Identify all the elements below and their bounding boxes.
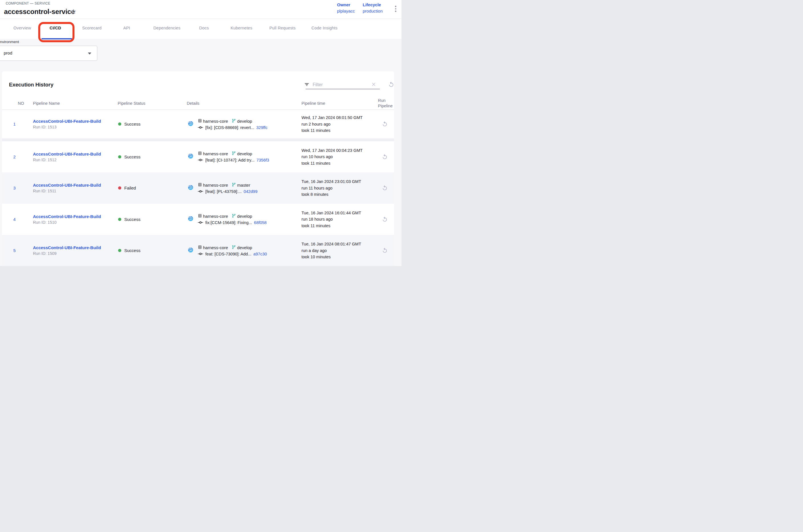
column-name: Pipeline Name <box>33 101 60 106</box>
environment-label: nvironment <box>0 40 19 44</box>
pipeline-time-took: took 11 minutes <box>302 223 361 229</box>
pipeline-icon <box>188 216 193 223</box>
status-dot <box>118 218 121 221</box>
pipeline-time-date: Wed, 17 Jan 2024 00:04:23 GMT <box>302 147 363 154</box>
page-header: COMPONENT — SERVICE accesscontrol-servic… <box>0 0 402 19</box>
pipeline-time-ago: run 10 hours ago <box>302 154 363 160</box>
status-dot <box>118 249 121 252</box>
owner-link[interactable]: plplayacc <box>337 8 355 14</box>
repo-name: harness-core <box>203 151 228 156</box>
breadcrumb: COMPONENT — SERVICE <box>6 1 51 5</box>
run-id: Run ID: 1511 <box>33 189 101 193</box>
pipeline-time-took: took 11 minutes <box>302 127 363 134</box>
run-pipeline-button[interactable] <box>382 235 388 266</box>
pipeline-time-took: took 8 minutes <box>302 191 361 198</box>
commit-message: fix:[CCM-15649]: Fixing... <box>206 220 252 225</box>
table-row: 1 AccessControl-UBI-Feature-Build Run ID… <box>2 110 394 141</box>
table-body: 1 AccessControl-UBI-Feature-Build Run ID… <box>2 110 394 266</box>
repository-icon <box>198 151 202 156</box>
run-pipeline-button[interactable] <box>382 204 388 235</box>
table-row: 4 AccessControl-UBI-Feature-Build Run ID… <box>2 204 394 235</box>
pipeline-name-link[interactable]: AccessControl-UBI-Feature-Build <box>33 214 101 219</box>
commit-sha-link[interactable]: 68f058 <box>254 220 267 225</box>
lifecycle-label: Lifecycle <box>363 2 383 8</box>
git-commit-icon <box>198 252 203 256</box>
row-number: 1 <box>14 110 16 138</box>
filter-input[interactable] <box>312 81 365 89</box>
pipeline-name-link[interactable]: AccessControl-UBI-Feature-Build <box>33 245 101 250</box>
column-status: Pipeline Status <box>118 101 146 106</box>
tab-scorecard[interactable]: Scorecard <box>82 26 101 30</box>
tab-bar: Overview CI/CD Scorecard API Dependencie… <box>0 19 402 39</box>
tab-docs[interactable]: Docs <box>199 26 209 30</box>
pipeline-time-ago: run 11 hours ago <box>302 185 361 191</box>
git-branch-icon <box>232 183 236 188</box>
active-tab-underline <box>41 38 72 39</box>
pipeline-name-link[interactable]: AccessControl-UBI-Feature-Build <box>33 152 101 156</box>
commit-message: feat: [CDS-73090]: Add... <box>206 252 251 256</box>
clear-filter-icon[interactable] <box>371 82 376 88</box>
page-title: accesscontrol-service <box>4 8 75 16</box>
git-commit-icon <box>198 158 203 163</box>
repository-icon <box>198 213 202 219</box>
tab-kubernetes[interactable]: Kubernetes <box>231 26 252 30</box>
pipeline-time-ago: run 2 hours ago <box>302 121 363 128</box>
row-number: 4 <box>14 204 16 235</box>
git-commit-icon <box>198 220 203 225</box>
pipeline-name-link[interactable]: AccessControl-UBI-Feature-Build <box>33 183 101 188</box>
column-time: Pipeline time <box>302 101 325 106</box>
environment-select[interactable]: prod <box>0 46 97 61</box>
refresh-icon[interactable] <box>388 81 394 89</box>
run-pipeline-button[interactable] <box>382 141 388 173</box>
row-number: 3 <box>14 172 16 204</box>
pipeline-time-date: Tue, 16 Jan 2024 08:01:47 GMT <box>302 241 361 247</box>
tab-cicd[interactable]: CI/CD <box>50 26 61 30</box>
favorite-star-icon[interactable] <box>71 8 76 16</box>
status-dot <box>118 186 121 190</box>
tab-code-insights[interactable]: Code Insights <box>311 26 337 30</box>
tab-overview[interactable]: Overview <box>14 26 31 30</box>
status-text: Success <box>125 217 141 222</box>
table-row: 5 AccessControl-UBI-Feature-Build Run ID… <box>2 235 394 266</box>
pipeline-time-took: took 10 minutes <box>302 254 361 260</box>
pipeline-time: Wed, 17 Jan 2024 08:01:50 GMT run 2 hour… <box>302 110 363 138</box>
run-id: Run ID: 1512 <box>33 157 101 162</box>
pipeline-name-link[interactable]: AccessControl-UBI-Feature-Build <box>33 119 101 124</box>
git-commit-icon <box>198 125 203 130</box>
tab-pull-requests[interactable]: Pull Requests <box>269 26 295 30</box>
commit-sha-link[interactable]: 042d99 <box>244 189 257 194</box>
repository-icon <box>198 118 202 124</box>
kebab-menu-icon[interactable] <box>394 5 397 13</box>
commit-message: [fix]: [CDS-88669]: revert... <box>206 125 254 130</box>
pipeline-time-date: Tue, 16 Jan 2024 16:01:44 GMT <box>302 210 361 216</box>
section-title: Execution History <box>9 82 54 88</box>
run-pipeline-button[interactable] <box>382 110 388 138</box>
chevron-down-icon <box>88 53 91 55</box>
execution-history-card: Execution History NO Pipeline Name Pipel… <box>2 71 394 266</box>
run-pipeline-button[interactable] <box>382 172 388 204</box>
branch-name: develop <box>237 151 252 156</box>
tab-api[interactable]: API <box>123 26 130 30</box>
commit-message: [feat]: [CI-10747]: Add try... <box>206 158 254 163</box>
pipeline-icon <box>188 185 193 191</box>
lifecycle-link[interactable]: production <box>363 8 383 14</box>
branch-name: develop <box>237 214 252 218</box>
tab-dependencies[interactable]: Dependencies <box>153 26 180 30</box>
run-id: Run ID: 1510 <box>33 220 101 225</box>
environment-value: prod <box>4 51 12 55</box>
table-header: NO Pipeline Name Pipeline Status Details… <box>2 97 394 110</box>
commit-sha-link[interactable]: a97c30 <box>253 252 267 256</box>
status-dot <box>118 155 121 158</box>
status-text: Success <box>125 154 141 159</box>
git-commit-icon <box>198 189 203 194</box>
git-branch-icon <box>232 213 236 219</box>
run-id: Run ID: 1513 <box>33 125 101 129</box>
repository-icon <box>198 183 202 188</box>
commit-sha-link[interactable]: 329ffc <box>256 125 267 130</box>
repo-name: harness-core <box>203 119 228 124</box>
git-branch-icon <box>232 118 236 124</box>
status-dot <box>118 122 121 126</box>
pipeline-time-date: Tue, 16 Jan 2024 23:01:03 GMT <box>302 178 361 185</box>
repository-icon <box>198 245 202 250</box>
commit-sha-link[interactable]: 7356f3 <box>256 158 269 163</box>
